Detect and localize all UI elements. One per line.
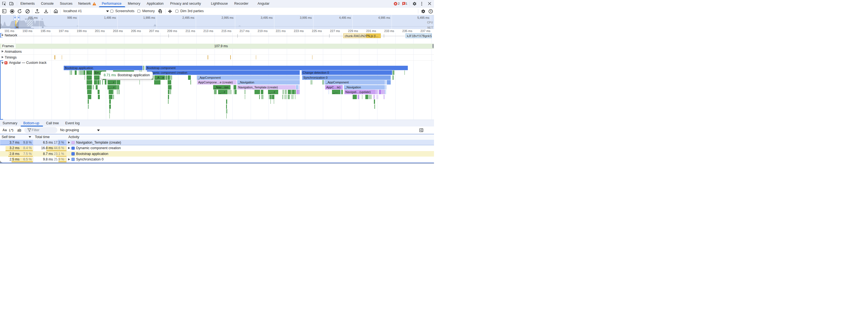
flame-event-tick[interactable] [377, 95, 377, 99]
frames-track-label[interactable]: Frames [2, 44, 14, 48]
flame-event-tick[interactable] [296, 85, 298, 89]
flame-event[interactable]: _AppComponent [197, 75, 300, 80]
timing-marker[interactable] [230, 55, 230, 60]
flame-event-tick[interactable] [117, 90, 117, 94]
flame-event-tick[interactable] [109, 95, 113, 99]
flame-event-tick[interactable] [292, 95, 292, 99]
flame-event-tick[interactable] [153, 75, 154, 80]
flame-event-tick[interactable] [117, 85, 118, 89]
timeline-panel[interactable]: Network chunk-RAOJN2PN.js (l…kJF1BvYX7Bg… [0, 33, 434, 120]
memory-checkbox[interactable] [137, 10, 141, 13]
flame-event-tick[interactable] [262, 95, 262, 99]
filter-input[interactable]: Filter [24, 127, 57, 133]
flame-event-tick[interactable] [228, 90, 228, 94]
flame-event-tick[interactable] [188, 75, 191, 80]
download-icon[interactable] [44, 9, 48, 13]
device-toolbar-icon[interactable] [9, 2, 14, 6]
session-dropdown-icon[interactable] [106, 10, 109, 12]
flame-event-tick[interactable] [371, 95, 371, 99]
custom-track-collapse-icon[interactable] [1, 62, 4, 64]
flame-event-tick[interactable] [382, 90, 383, 94]
flame-event[interactable]: _…r [268, 90, 278, 94]
tab-network[interactable]: Network [78, 0, 91, 7]
error-count[interactable]: 2 [398, 2, 400, 5]
flame-event-tick[interactable] [80, 71, 80, 75]
flame-event-tick[interactable] [369, 95, 370, 99]
flame-event-tick[interactable] [226, 104, 227, 109]
flame-event-tick[interactable] [171, 75, 172, 80]
flame-event-tick[interactable] [269, 95, 269, 99]
flame-event-tick[interactable] [118, 85, 119, 89]
flame-event-tick[interactable] [82, 71, 82, 75]
network-expand-icon[interactable] [2, 34, 4, 36]
flame-event-tick[interactable] [72, 71, 72, 75]
tab-console[interactable]: Console [41, 0, 54, 7]
flame-event[interactable]: Navigati…(update) [344, 90, 376, 94]
flame-event-tick[interactable] [365, 95, 368, 99]
flame-event-tick[interactable] [293, 95, 293, 99]
flame-event-tick[interactable] [310, 80, 311, 84]
activity-label[interactable]: Navigation_Template (create) [76, 140, 121, 145]
flame-event[interactable]: _Navigation [237, 80, 300, 84]
clear-icon[interactable] [25, 9, 30, 13]
flame-chart[interactable]: Bootstrap applicationBootstrap component… [0, 65, 434, 119]
record-icon[interactable] [10, 9, 14, 13]
flame-event-tick[interactable] [98, 90, 99, 94]
flame-event-tick[interactable] [118, 85, 118, 89]
flame-event-tick[interactable] [105, 80, 106, 84]
flame-event-tick[interactable] [269, 95, 270, 99]
row-expand-icon[interactable] [68, 147, 70, 149]
flame-event-tick[interactable] [373, 95, 375, 99]
tab-privacy-and-security[interactable]: Privacy and security [170, 0, 201, 7]
home-icon[interactable] [54, 9, 58, 13]
flame-event-tick[interactable] [153, 75, 153, 80]
flame-event-tick[interactable] [234, 90, 234, 94]
flame-event-tick[interactable] [226, 100, 227, 104]
settings-icon[interactable] [412, 2, 416, 6]
timeline-overview[interactable]: CPU NET 495 ms995 ms1,495 ms1,995 ms2,49… [0, 15, 434, 29]
tab-lighthouse[interactable]: Lighthouse [211, 0, 228, 7]
upload-icon[interactable] [35, 9, 39, 13]
collapse-icon[interactable] [168, 9, 172, 14]
flame-event[interactable]: _…r [218, 90, 227, 94]
flame-event-tick[interactable] [358, 95, 359, 99]
row-expand-icon[interactable] [68, 158, 70, 160]
row-expand-icon[interactable] [68, 141, 70, 144]
flame-event-tick[interactable] [87, 90, 92, 94]
flame-event-tick[interactable] [404, 71, 405, 75]
flame-event[interactable]: Bootstrap component [146, 66, 408, 70]
timings-expand-icon[interactable] [2, 56, 4, 58]
timing-marker[interactable] [62, 55, 62, 60]
flame-event-tick[interactable] [70, 71, 70, 75]
flame-event-tick[interactable] [108, 90, 113, 94]
flame-event[interactable]: AppC…te) [325, 85, 342, 89]
selection-handle-right[interactable] [18, 16, 20, 21]
flame-event-tick[interactable] [93, 85, 93, 89]
flame-event-tick[interactable] [261, 90, 263, 94]
flame-event[interactable]: _Nav…ion [213, 85, 230, 89]
tab-elements[interactable]: Elements [21, 0, 35, 7]
flame-event-tick[interactable] [297, 90, 298, 94]
flame-event-tick[interactable] [393, 71, 393, 75]
flame-event-tick[interactable] [289, 95, 290, 99]
activity-label[interactable]: Bootstrap application [76, 151, 108, 157]
regex-icon[interactable]: (.*) [9, 127, 13, 134]
timing-marker[interactable] [312, 55, 312, 60]
activity-label[interactable]: Dynamic component creation [76, 145, 121, 151]
flame-event-tick[interactable] [353, 95, 356, 99]
selection-handle-left[interactable] [14, 16, 16, 21]
timing-marker[interactable] [208, 55, 208, 60]
flame-event-tick[interactable] [295, 90, 296, 94]
flame-event-tick[interactable] [168, 95, 169, 99]
reload-icon[interactable] [18, 9, 22, 13]
flame-event-tick[interactable] [245, 90, 245, 94]
screenshots-label[interactable]: Screenshots [115, 7, 134, 15]
flame-event-tick[interactable] [368, 95, 369, 99]
flame-event-tick[interactable] [154, 80, 160, 84]
flame-event[interactable]: Navigation_Template (create) [237, 85, 296, 89]
flame-event-tick[interactable] [387, 80, 391, 84]
flame-event-tick[interactable] [284, 95, 285, 99]
dim-label[interactable]: Dim 3rd parties [180, 7, 204, 15]
flame-event-tick[interactable] [168, 75, 170, 80]
flame-event-tick[interactable] [216, 90, 216, 94]
